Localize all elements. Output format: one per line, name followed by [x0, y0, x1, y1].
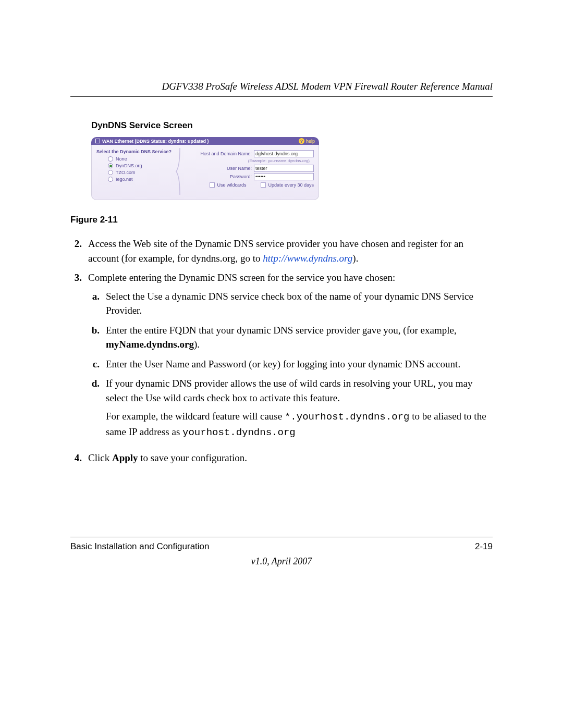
step-number: 3.	[70, 270, 82, 445]
header-rule	[70, 96, 493, 97]
update-label: Update every 30 days	[268, 182, 314, 188]
step-3b-text: Enter the entire FQDN that your dynamic …	[106, 323, 493, 352]
user-label: User Name:	[227, 166, 252, 171]
radio-dyndns[interactable]: DynDNS.org	[108, 163, 173, 168]
radio-label: Iego.net	[116, 177, 133, 182]
help-link[interactable]: ? help	[299, 138, 315, 144]
radio-none[interactable]: None	[108, 156, 173, 162]
step-3d-text: If your dynamic DNS provider allows the …	[106, 376, 493, 440]
sub-letter: a.	[88, 289, 100, 318]
password-field[interactable]	[254, 173, 314, 180]
help-label: help	[306, 139, 315, 144]
footer-section: Basic Installation and Configuration	[70, 541, 210, 552]
version-text: v1.0, April 2007	[70, 556, 493, 567]
radio-label: TZO.com	[116, 170, 136, 175]
page-header-title: DGFV338 ProSafe Wireless ADSL Modem VPN …	[70, 81, 493, 92]
left-panel-title: Select the Dynamic DNS Service?	[96, 149, 173, 154]
checkbox-icon	[261, 182, 266, 188]
figure-label: Figure 2-11	[70, 215, 493, 225]
panel-divider	[175, 148, 185, 195]
panel-titlebar: WAN Ethernet (DDNS Status: dyndns: updat…	[91, 137, 319, 145]
radio-icon	[108, 177, 113, 182]
sub-letter: b.	[88, 323, 100, 352]
host-field[interactable]	[254, 150, 314, 157]
user-field[interactable]	[254, 165, 314, 172]
wildcards-label: Use wildcards	[217, 182, 246, 188]
collapse-icon	[95, 139, 100, 143]
sub-letter: c.	[88, 357, 100, 372]
step-4-text: Click Apply to save your configuration.	[88, 451, 493, 465]
wildcards-checkbox[interactable]: Use wildcards	[210, 182, 246, 188]
update-checkbox[interactable]: Update every 30 days	[261, 182, 314, 188]
sub-letter: d.	[88, 376, 100, 440]
help-icon: ?	[299, 138, 304, 144]
radio-icon	[108, 170, 113, 175]
host-label: Host and Domain Name:	[200, 151, 252, 156]
step-3c-text: Enter the User Name and Password (or key…	[106, 357, 493, 372]
radio-iego[interactable]: Iego.net	[108, 177, 173, 182]
password-label: Password:	[230, 174, 252, 179]
radio-tzo[interactable]: TZO.com	[108, 170, 173, 175]
panel-title: WAN Ethernet (DDNS Status: dyndns: updat…	[102, 139, 209, 144]
step-2-text: Access the Web site of the Dynamic DNS s…	[88, 237, 493, 265]
step-3a-text: Select the Use a dynamic DNS service che…	[106, 289, 493, 318]
radio-label: DynDNS.org	[116, 163, 142, 168]
step-number: 2.	[70, 237, 82, 265]
section-heading: DynDNS Service Screen	[91, 120, 493, 131]
radio-label: None	[116, 156, 127, 162]
dyndns-link[interactable]: http://www.dyndns.org	[263, 253, 352, 264]
footer-rule	[70, 537, 493, 537]
radio-icon	[108, 156, 113, 162]
screenshot-panel: WAN Ethernet (DDNS Status: dyndns: updat…	[91, 137, 319, 200]
host-example: (Example: yourname.dyndns.org)	[187, 158, 314, 163]
radio-icon	[108, 163, 113, 168]
checkbox-icon	[210, 182, 215, 188]
step-number: 4.	[70, 451, 82, 465]
step-3-intro: Complete entering the Dynamic DNS screen…	[88, 272, 395, 283]
page-number: 2-19	[475, 541, 493, 552]
